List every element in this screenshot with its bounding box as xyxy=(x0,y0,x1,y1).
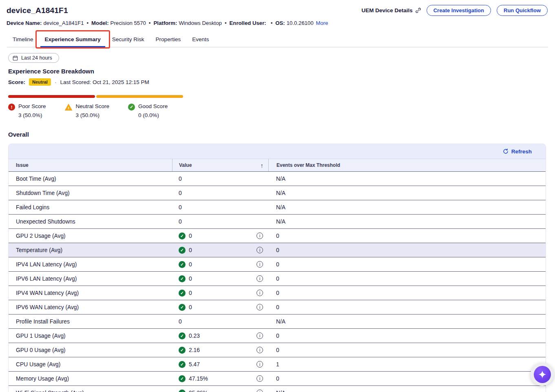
neutral-score-icon: ! xyxy=(65,104,73,111)
table-row[interactable]: Wi-Fi Signal Strength (Avg) ✓ 95.36% i N… xyxy=(9,385,546,392)
create-investigation-button[interactable]: Create Investigation xyxy=(427,5,491,16)
info-icon[interactable]: i xyxy=(256,332,263,339)
tab-label: Properties xyxy=(156,36,181,42)
date-range-button[interactable]: Last 24 hours xyxy=(8,53,59,63)
page-title: device_A1841F1 xyxy=(7,6,68,15)
table-row[interactable]: Shutdown Time (Avg) 0 N/A xyxy=(9,186,546,200)
info-icon[interactable]: i xyxy=(256,261,263,268)
sort-ascending-icon[interactable]: ↑ xyxy=(261,162,264,169)
value-cell: 0 xyxy=(172,200,268,214)
table-row[interactable]: GPU 1 Usage (Avg) ✓ 0.23 i 0 xyxy=(9,328,546,343)
value-cell: 0 xyxy=(172,186,268,200)
device-meta-item: Model:Precision 5570• xyxy=(91,20,153,26)
value-text: 0 xyxy=(189,261,192,268)
meta-label: Platform: xyxy=(153,20,177,26)
assistant-sparkle-icon xyxy=(534,366,551,383)
good-status-icon: ✓ xyxy=(179,304,186,311)
tab-events[interactable]: Events xyxy=(186,33,214,47)
value-text: 0 xyxy=(189,247,192,253)
value-text: 0 xyxy=(179,219,182,225)
issue-cell: Profile Install Failures xyxy=(9,319,172,325)
last-scored-text: Last Scored: Oct 21, 2025 12:15 PM xyxy=(60,79,149,85)
uem-device-details-link[interactable]: UEM Device Details xyxy=(361,7,420,13)
score-bar-segment xyxy=(96,95,183,98)
table-row[interactable]: Temperature (Avg) ✓ 0 i 0 xyxy=(9,243,546,257)
value-text: 0.23 xyxy=(189,333,200,339)
info-icon[interactable]: i xyxy=(256,233,263,239)
legend-count: 0 (0.0%) xyxy=(138,112,168,118)
issue-cell: IPV6 LAN Latency (Avg) xyxy=(9,276,172,282)
info-icon[interactable]: i xyxy=(256,375,263,382)
info-icon[interactable]: i xyxy=(256,361,263,368)
issue-cell: IPV4 LAN Latency (Avg) xyxy=(9,261,172,268)
overall-table: Refresh Issue Value ↑ Events over Max Th… xyxy=(8,144,546,392)
value-text: 47.15% xyxy=(189,376,208,382)
table-row[interactable]: Boot Time (Avg) 0 N/A xyxy=(9,171,546,186)
meta-separator: • xyxy=(271,20,273,26)
value-text: 0 xyxy=(179,176,182,182)
meta-value: 10.0.26100 xyxy=(287,20,314,26)
tab-properties[interactable]: Properties xyxy=(150,33,187,47)
value-cell: ✓ 0 i xyxy=(172,229,268,243)
legend-name: Good Score xyxy=(138,103,168,109)
assistant-button[interactable] xyxy=(531,363,554,386)
info-icon[interactable]: i xyxy=(256,275,263,282)
score-label: Score: xyxy=(8,79,25,85)
table-toolbar: Refresh xyxy=(9,144,546,159)
tab-label: Timeline xyxy=(13,36,33,42)
meta-label: OS: xyxy=(275,20,285,26)
info-icon[interactable]: i xyxy=(256,347,263,353)
issue-cell: IPV4 WAN Latency (Avg) xyxy=(9,290,172,296)
value-text: 0 xyxy=(179,204,182,210)
info-icon[interactable]: i xyxy=(256,390,263,392)
legend-name: Neutral Score xyxy=(76,103,110,109)
meta-label: Enrolled User: xyxy=(230,20,266,26)
table-row[interactable]: Memory Usage (Avg) ✓ 47.15% i 0 xyxy=(9,371,546,385)
info-icon[interactable]: i xyxy=(256,290,263,296)
more-link[interactable]: More xyxy=(316,20,328,26)
value-text: 2.16 xyxy=(189,347,200,353)
run-quickflow-button[interactable]: Run Quickflow xyxy=(497,5,548,16)
column-header-issue[interactable]: Issue xyxy=(9,159,172,171)
good-status-icon: ✓ xyxy=(179,361,186,368)
table-row[interactable]: IPV6 WAN Latency (Avg) ✓ 0 i 0 xyxy=(9,300,546,314)
good-status-icon: ✓ xyxy=(179,233,186,239)
refresh-label: Refresh xyxy=(511,148,532,155)
info-icon[interactable]: i xyxy=(256,304,263,310)
tab-experience-summary[interactable]: Experience Summary xyxy=(39,33,106,47)
value-cell: 0 xyxy=(172,314,268,328)
legend-name: Poor Score xyxy=(18,103,46,109)
table-row[interactable]: Profile Install Failures 0 N/A xyxy=(9,314,546,328)
table-row[interactable]: Unexpected Shutdowns 0 N/A xyxy=(9,214,546,228)
value-text: 0 xyxy=(189,233,192,239)
tab-timeline[interactable]: Timeline xyxy=(7,33,39,47)
table-row[interactable]: Failed Logins 0 N/A xyxy=(9,200,546,214)
table-row[interactable]: GPU 2 Usage (Avg) ✓ 0 i 0 xyxy=(9,228,546,243)
score-breakdown-title: Experience Score Breakdown xyxy=(8,68,546,75)
value-text: 95.36% xyxy=(189,390,208,392)
column-header-value[interactable]: Value ↑ xyxy=(172,159,268,171)
issue-cell: GPU 1 Usage (Avg) xyxy=(9,333,172,339)
table-row[interactable]: GPU 0 Usage (Avg) ✓ 2.16 i 0 xyxy=(9,343,546,357)
issue-cell: Boot Time (Avg) xyxy=(9,176,172,182)
tab-label: Experience Summary xyxy=(45,36,101,42)
events-cell: 0 xyxy=(268,347,546,353)
refresh-button[interactable]: Refresh xyxy=(503,148,532,155)
good-status-icon: ✓ xyxy=(179,247,186,254)
date-range-label: Last 24 hours xyxy=(21,55,52,61)
column-header-events[interactable]: Events over Max Threshold xyxy=(268,159,546,171)
meta-separator: • xyxy=(149,20,151,26)
table-row[interactable]: IPV6 LAN Latency (Avg) ✓ 0 i 0 xyxy=(9,271,546,286)
events-cell: 0 xyxy=(268,376,546,382)
meta-label: Device Name: xyxy=(7,20,42,26)
events-cell: N/A xyxy=(268,176,546,182)
table-row[interactable]: IPV4 WAN Latency (Avg) ✓ 0 i 0 xyxy=(9,286,546,300)
issue-cell: Memory Usage (Avg) xyxy=(9,376,172,382)
tab-security-risk[interactable]: Security Risk xyxy=(106,33,150,47)
table-row[interactable]: CPU Usage (Avg) ✓ 5.47 i 1 xyxy=(9,357,546,371)
table-row[interactable]: IPV4 LAN Latency (Avg) ✓ 0 i 0 xyxy=(9,257,546,271)
good-score-icon: ✓ xyxy=(128,104,135,111)
value-text: 0 xyxy=(179,319,182,325)
value-text: 0 xyxy=(189,290,192,296)
info-icon[interactable]: i xyxy=(256,247,263,253)
